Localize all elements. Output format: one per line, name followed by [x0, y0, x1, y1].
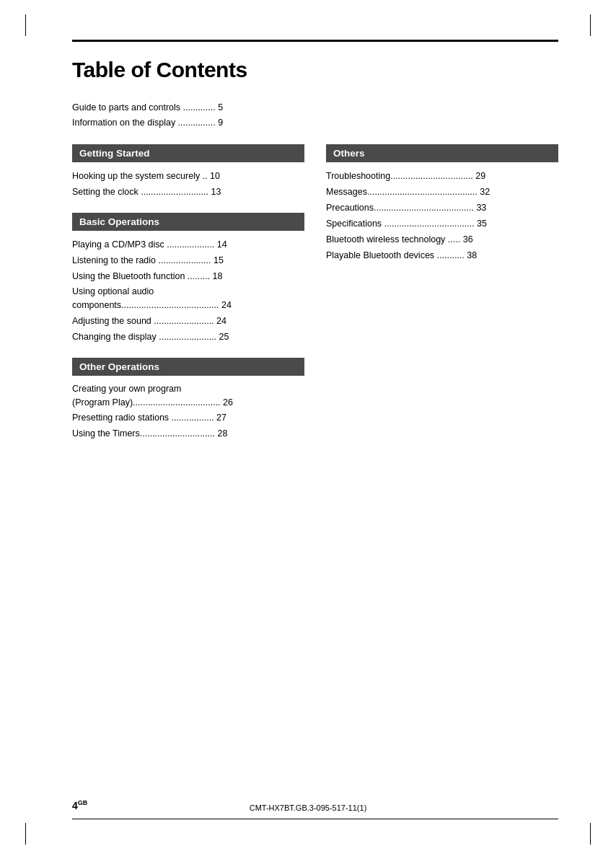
list-item: Guide to parts and controls ............… [72, 100, 558, 115]
list-item: Using the Timers........................… [72, 426, 304, 441]
list-item: Using optional audio components.........… [72, 284, 304, 313]
top-border [72, 40, 558, 42]
others-header: Others [326, 144, 558, 162]
margin-mark-top-right [590, 14, 591, 36]
page-number: 4GB [72, 800, 87, 811]
entry-text: Using optional audio components.........… [72, 286, 304, 312]
list-item: Using the Bluetooth function ......... 1… [72, 268, 304, 284]
list-item: Bluetooth wireless technology ..... 36 [326, 232, 558, 247]
basic-operations-section: Basic Operations Playing a CD/MP3 disc .… [72, 213, 304, 345]
basic-operations-header: Basic Operations [72, 213, 304, 231]
entry-text: Guide to parts and controls ............… [72, 100, 558, 115]
other-operations-section: Other Operations Creating your own progr… [72, 358, 304, 442]
entry-text: Specifications .........................… [326, 216, 558, 231]
entry-text: Messages................................… [326, 185, 558, 199]
margin-mark-top-left [25, 14, 26, 36]
entry-text: Hooking up the system securely .. 10 [72, 169, 304, 183]
page: Table of Contents Guide to parts and con… [0, 0, 616, 859]
intro-section: Guide to parts and controls ............… [72, 100, 558, 130]
bottom-border [72, 819, 558, 819]
entry-text: Using the Timers........................… [72, 426, 304, 441]
entry-text: Presetting radio stations ..............… [72, 410, 304, 425]
page-number-suffix: GB [78, 799, 88, 806]
margin-mark-bottom-right [590, 823, 591, 845]
entry-text: Precautions.............................… [326, 201, 558, 215]
list-item: Presetting radio stations ..............… [72, 410, 304, 426]
getting-started-section: Getting Started Hooking up the system se… [72, 144, 304, 200]
list-item: Specifications .........................… [326, 216, 558, 232]
entry-text: Listening to the radio .................… [72, 253, 304, 268]
entry-text: Information on the display .............… [72, 115, 558, 131]
list-item: Setting the clock ......................… [72, 184, 304, 200]
list-item: Hooking up the system securely .. 10 [72, 168, 304, 184]
two-column-layout: Getting Started Hooking up the system se… [72, 144, 558, 454]
page-title: Table of Contents [72, 58, 558, 82]
footer: 4GB [72, 799, 87, 812]
list-item: Changing the display ...................… [72, 329, 304, 345]
entry-text: Adjusting the sound ....................… [72, 314, 304, 328]
left-column: Getting Started Hooking up the system se… [72, 144, 304, 454]
entry-text: Changing the display ...................… [72, 330, 304, 344]
getting-started-header: Getting Started [72, 144, 304, 162]
list-item: Information on the display .............… [72, 115, 558, 131]
other-operations-header: Other Operations [72, 358, 304, 376]
list-item: Precautions.............................… [326, 200, 558, 216]
page-number-value: 4 [72, 800, 78, 811]
entry-text: Setting the clock ......................… [72, 185, 304, 199]
list-item: Troubleshooting.........................… [326, 168, 558, 184]
entry-text: Bluetooth wireless technology ..... 36 [326, 232, 558, 247]
list-item: Playable Bluetooth devices ........... 3… [326, 247, 558, 263]
list-item: Playing a CD/MP3 disc ..................… [72, 237, 304, 252]
list-item: Listening to the radio .................… [72, 252, 304, 268]
list-item: Adjusting the sound ....................… [72, 313, 304, 329]
entry-text: Playing a CD/MP3 disc ..................… [72, 237, 304, 252]
right-column: Others Troubleshooting..................… [326, 144, 558, 454]
entry-text: Using the Bluetooth function ......... 1… [72, 269, 304, 283]
entry-text: Troubleshooting.........................… [326, 169, 558, 183]
margin-mark-bottom-left [25, 823, 26, 845]
list-item: Creating your own program (Program Play)… [72, 382, 304, 410]
others-section: Others Troubleshooting..................… [326, 144, 558, 263]
list-item: Messages................................… [326, 184, 558, 200]
entry-text: Creating your own program (Program Play)… [72, 384, 304, 410]
entry-text: Playable Bluetooth devices ........... 3… [326, 248, 558, 263]
footer-doc-ref: CMT-HX7BT.GB.3-095-517-11(1) [250, 803, 367, 812]
